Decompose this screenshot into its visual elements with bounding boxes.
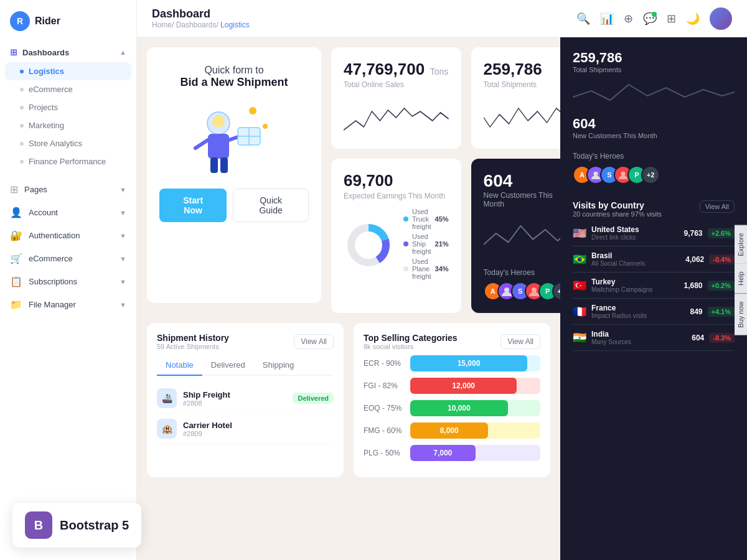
sidebar-item-account[interactable]: 👤 Account ▼ <box>0 201 136 224</box>
theme-toggle-icon[interactable]: 🌙 <box>686 12 700 26</box>
breadcrumb-home[interactable]: Home/ <box>152 21 174 29</box>
quick-guide-button[interactable]: Quick Guide <box>233 189 309 222</box>
country-source-fr: Impact Radius visits <box>591 312 647 319</box>
visits-view-all-button[interactable]: View All <box>700 200 735 213</box>
sidebar-page-label: eCommerce <box>29 254 73 263</box>
user-avatar[interactable] <box>710 7 732 30</box>
bar-value: 7,000 <box>433 449 452 457</box>
breadcrumb-dashboards[interactable]: Dashboards/ <box>176 21 218 29</box>
side-label-explore[interactable]: Explore <box>735 225 747 263</box>
sidebar-logo[interactable]: R Rider <box>0 0 136 42</box>
flag-fr: 🇫🇷 <box>573 305 586 319</box>
country-change-us: +2.6% <box>708 228 735 238</box>
grid-icon[interactable]: ⊕ <box>624 12 633 26</box>
country-row-br: 🇧🇷 Brasil All Social Channels 4,062 -0.4… <box>573 246 735 273</box>
bar-track: 8,000 <box>410 422 540 439</box>
country-source-br: All Social Channels <box>591 260 645 267</box>
sidebar-item-label: Logistics <box>29 67 64 76</box>
total-online-sales-unit: Tons <box>430 67 449 77</box>
sidebar-page-label: Account <box>29 208 58 217</box>
svg-point-3 <box>212 115 225 128</box>
sidebar-item-ecommerce2[interactable]: 🛒 eCommerce ▼ <box>0 247 136 270</box>
sidebar-item-finance-performance[interactable]: Finance Performance <box>0 152 136 170</box>
country-name-us: United States <box>591 225 639 234</box>
bar-fill: 10,000 <box>410 400 508 416</box>
hero-avatar-stack: A S P +2 <box>573 166 735 184</box>
quick-form-card: Quick form to Bid a New Shipment <box>147 47 321 303</box>
sidebar-item-authentication[interactable]: 🔐 Authentication ▼ <box>0 224 136 247</box>
breadcrumb-current: Logistics <box>220 21 250 29</box>
dashboards-section[interactable]: ⊞ Dashboards ▲ <box>0 42 136 62</box>
dot-icon <box>20 88 24 91</box>
bar-row-ecr: ECR - 90% 15,000 <box>364 355 540 371</box>
header-right: 🔍 📊 ⊕ 💬 ⊞ 🌙 <box>576 7 732 30</box>
dashboards-label: Dashboards <box>22 48 69 57</box>
bar-row-plg: PLG - 50% 7,000 <box>364 445 540 461</box>
tab-notable[interactable]: Notable <box>157 355 202 376</box>
sidebar-item-pages[interactable]: ⊞ Pages ▼ <box>0 178 136 201</box>
notifications-icon[interactable]: 💬 <box>643 12 657 26</box>
tab-delivered[interactable]: Delivered <box>202 355 254 375</box>
new-customers-card: 604 New Customers This Month Today's Her… <box>471 159 560 313</box>
side-label-help[interactable]: Help <box>735 264 747 294</box>
bar-charts: ECR - 90% 15,000 FGI - 82% 1 <box>364 355 540 461</box>
ship-name2: Carrier Hotel <box>183 421 232 430</box>
quick-form-subtitle: Quick form to <box>159 65 309 76</box>
heroes-avatars: A S P +2 <box>484 282 560 301</box>
sidebar-item-label: Marketing <box>29 121 64 130</box>
total-shipments-value: 259,786 <box>484 60 560 79</box>
content-left: Quick form to Bid a New Shipment <box>137 37 560 560</box>
shipment-history-view-all-button[interactable]: View All <box>294 334 334 349</box>
sidebar-item-projects[interactable]: Projects <box>0 98 136 116</box>
top-selling-view-all-button[interactable]: View All <box>500 334 540 349</box>
svg-line-5 <box>195 140 208 148</box>
chart-icon[interactable]: 📊 <box>600 12 614 26</box>
country-change-fr: +4.1% <box>708 307 735 317</box>
start-now-button[interactable]: Start Now <box>159 189 227 222</box>
app-name: Rider <box>35 16 60 27</box>
sidebar-item-label: Store Analytics <box>29 139 82 148</box>
country-source-tr: Mailchimp Campaigns <box>591 286 652 293</box>
sidebar-item-marketing[interactable]: Marketing <box>0 116 136 134</box>
sidebar-item-ecommerce[interactable]: eCommerce <box>0 80 136 98</box>
bar-track: 7,000 <box>410 445 540 461</box>
sidebar-item-logistics[interactable]: Logistics <box>5 62 131 80</box>
tab-shipping[interactable]: Shipping <box>254 355 303 375</box>
total-online-sales-label: Total Online Sales <box>344 80 449 89</box>
ship-name: Ship Freight <box>183 390 230 399</box>
dark-customers-label: New Customers This Month <box>573 132 735 139</box>
country-change-in: -8.3% <box>709 333 735 343</box>
dark-shipments-value: 259,786 <box>573 50 735 66</box>
shipment-history-subtitle: 59 Active Shipments <box>157 343 229 350</box>
bar-value: 15,000 <box>458 359 481 368</box>
svg-point-0 <box>249 107 256 114</box>
search-icon[interactable]: 🔍 <box>576 12 590 26</box>
country-row-in: 🇮🇳 India Many Sources 604 -8.3% <box>573 325 735 351</box>
hero-more: +2 <box>641 166 660 184</box>
chevron-up-icon: ▲ <box>120 49 126 56</box>
svg-point-16 <box>532 287 537 292</box>
heroes-section: Today's Heroes A S P +2 <box>573 152 735 184</box>
sidebar-item-subscriptions[interactable]: 📋 Subscriptions ▼ <box>0 270 136 293</box>
legend-plane: Used Plane freight 34% <box>403 258 449 280</box>
expected-earnings-label: Expected Earnings This Month <box>344 192 449 200</box>
chevron-down-icon: ▼ <box>120 301 126 309</box>
total-shipments-label: Total Shipments <box>484 80 560 89</box>
header-left: Dashboard Home/ Dashboards/ Logistics <box>152 7 250 29</box>
country-name-br: Brasil <box>591 251 645 260</box>
bar-value: 12,000 <box>452 381 475 390</box>
sidebar-item-store-analytics[interactable]: Store Analytics <box>0 134 136 152</box>
side-label-buy-now[interactable]: Buy now <box>735 293 747 335</box>
shipment-tabs: Notable Delivered Shipping <box>157 355 334 376</box>
apps-icon[interactable]: ⊞ <box>667 12 676 26</box>
breadcrumb: Home/ Dashboards/ Logistics <box>152 21 250 29</box>
visits-by-country-section: Visits by Country 20 countries share 97%… <box>560 190 747 363</box>
bar-label: PLG - 50% <box>364 449 404 457</box>
dot-icon <box>20 142 24 146</box>
country-visits-tr: 1,680 <box>684 281 702 290</box>
bar-fill: 15,000 <box>410 355 527 371</box>
expected-earnings-value: 69,700 <box>344 171 449 190</box>
country-visits-in: 604 <box>692 334 704 342</box>
bar-row-fmg: FMG - 60% 8,000 <box>364 422 540 439</box>
sidebar-item-file-manager[interactable]: 📁 File Manager ▼ <box>0 293 136 316</box>
